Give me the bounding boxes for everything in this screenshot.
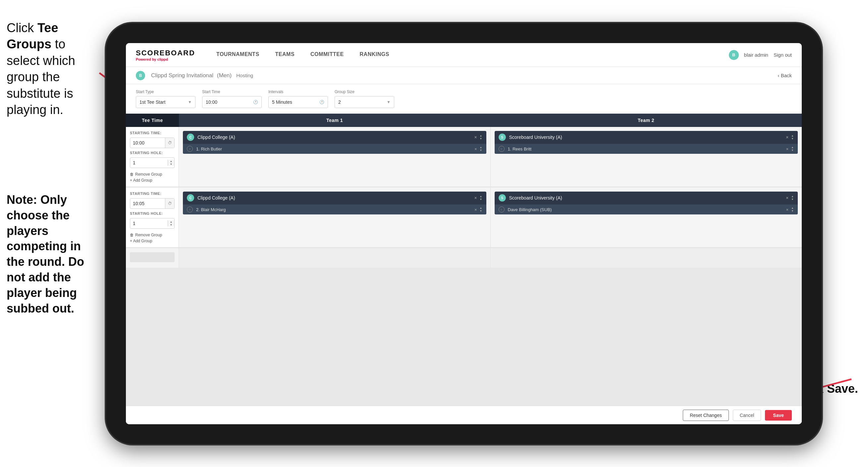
team1-cell-2: C Clippd College (A) × ▲ ▼	[179, 187, 491, 247]
team1-avatar-1: C	[187, 134, 194, 141]
player2-avatar-2: ○	[499, 206, 504, 212]
col-team2: Team 2	[490, 114, 802, 127]
team2-sort-icon-1: ▲ ▼	[791, 135, 794, 140]
hole-up-arrow-1[interactable]: ▲	[168, 160, 174, 163]
team2-card-2: S Scoreboard University (A) × ▲ ▼	[495, 192, 798, 214]
start-type-input[interactable]: 1st Tee Start ▼	[136, 96, 195, 108]
team2-cell-3	[491, 248, 802, 268]
team1-cell-3	[179, 248, 491, 268]
team1-controls-2: × ▲ ▼	[474, 195, 482, 201]
starting-time-input-2[interactable]: 10:05 ⏱	[130, 198, 175, 209]
hole-up-arrow-2[interactable]: ▲	[168, 221, 174, 224]
player2-remove-icon-1[interactable]: ×	[786, 146, 788, 151]
starting-time-input-1[interactable]: 10:00 ⏱	[130, 138, 175, 148]
team1-remove-icon-1[interactable]: ×	[474, 135, 477, 140]
add-group-btn-2[interactable]: + Add Group	[130, 239, 175, 243]
time-clock-icon-1: ⏱	[165, 138, 174, 148]
start-type-arrow-icon: ▼	[188, 100, 192, 105]
subheader-badge: B	[136, 71, 145, 80]
player1-remove-icon-2[interactable]: ×	[474, 207, 477, 212]
player2-remove-icon-2[interactable]: ×	[786, 207, 788, 212]
cancel-button[interactable]: Cancel	[733, 410, 761, 421]
remove-group-btn-1[interactable]: 🗑 Remove Group	[130, 172, 175, 177]
tablet-frame: SCOREBOARD Powered by clippd TOURNAMENTS…	[106, 23, 822, 444]
team2-cell-1: S Scoreboard University (A) × ▲ ▼	[491, 127, 802, 186]
team2-avatar-2: S	[499, 194, 506, 202]
team2-card-header-1: S Scoreboard University (A) × ▲ ▼	[495, 131, 798, 144]
start-type-field: Start Type 1st Tee Start ▼	[136, 89, 195, 108]
start-type-label: Start Type	[136, 89, 195, 94]
player2-sort-icon-2: ▲ ▼	[791, 207, 794, 212]
logo-powered: Powered by clippd	[136, 57, 195, 61]
starting-time-label-1: STARTING TIME:	[130, 131, 175, 135]
intervals-input[interactable]: 5 Minutes 🕐	[268, 96, 328, 108]
player1-name-1: 1. Rich Butler	[196, 146, 471, 151]
player1-name-2: 2. Blair McHarg	[196, 207, 471, 212]
team2-name-1: Scoreboard University (A)	[509, 135, 782, 140]
team1-controls-1: × ▲ ▼	[474, 135, 482, 140]
team2-controls-1: × ▲ ▼	[786, 135, 794, 140]
player1-sort-icon-2: ▲ ▼	[480, 207, 483, 212]
group-left-3	[126, 248, 179, 268]
team1-cell-1: C Clippd College (A) × ▲ ▼	[179, 127, 491, 186]
hole-down-arrow-2[interactable]: ▼	[168, 224, 174, 226]
nav-item-tournaments[interactable]: TOURNAMENTS	[208, 43, 267, 67]
hole-down-arrow-1[interactable]: ▼	[168, 163, 174, 166]
start-time-input[interactable]: 10:00 🕐	[202, 96, 262, 108]
table-container: STARTING TIME: 10:00 ⏱ STARTING HOLE: 1 …	[126, 127, 802, 406]
team2-remove-icon-1[interactable]: ×	[786, 135, 788, 140]
intervals-field: Intervals 5 Minutes 🕐	[268, 89, 328, 108]
team2-card-1: S Scoreboard University (A) × ▲ ▼	[495, 131, 798, 154]
save-button[interactable]: Save	[765, 410, 792, 420]
group-size-field: Group Size 2 ▼	[335, 89, 394, 108]
team1-remove-icon-2[interactable]: ×	[474, 195, 477, 201]
team1-avatar-2: C	[187, 194, 194, 202]
nav-items: TOURNAMENTS TEAMS COMMITTEE RANKINGS	[208, 43, 729, 67]
group-actions-2: 🗑 Remove Group + Add Group	[130, 233, 175, 243]
player2-row-2: ○ Dave Billingham (SUB) × ▲ ▼	[495, 204, 798, 214]
team1-sort-icon-2: ▲ ▼	[480, 195, 483, 201]
col-team1: Team 1	[179, 114, 490, 127]
player1-remove-icon-1[interactable]: ×	[474, 146, 477, 151]
nav-item-teams[interactable]: TEAMS	[267, 43, 303, 67]
avatar: B	[729, 50, 739, 60]
instruction-text: Click Tee Groups to select which group t…	[0, 20, 103, 118]
remove-group-btn-2[interactable]: 🗑 Remove Group	[130, 233, 175, 237]
nav-right: B blair admin Sign out	[729, 50, 792, 60]
sign-out-link[interactable]: Sign out	[774, 52, 792, 58]
add-group-btn-1[interactable]: + Add Group	[130, 178, 175, 183]
team1-card-header-2: C Clippd College (A) × ▲ ▼	[183, 192, 486, 204]
player1-row-1: ○ 1. Rich Butler × ▲ ▼	[183, 144, 486, 154]
starting-hole-label-1: STARTING HOLE:	[130, 151, 175, 155]
intervals-clock-icon: 🕐	[319, 100, 324, 105]
back-button[interactable]: ‹ Back	[778, 72, 792, 78]
tee-table: Tee Time Team 1 Team 2	[126, 114, 802, 127]
starting-hole-input-2[interactable]: 1 ▲ ▼	[130, 218, 175, 229]
group-actions-1: 🗑 Remove Group + Add Group	[130, 172, 175, 183]
player2-avatar-1: ○	[499, 146, 504, 152]
nav-item-committee[interactable]: COMMITTEE	[303, 43, 352, 67]
intervals-label: Intervals	[268, 89, 328, 94]
player2-row-1: ○ 1. Rees Britt × ▲ ▼	[495, 144, 798, 154]
subheader-hosting: Hosting	[236, 72, 253, 78]
group-size-input[interactable]: 2 ▼	[335, 96, 394, 108]
player2-controls-1: × ▲ ▼	[786, 146, 794, 152]
group-size-arrow-icon: ▼	[386, 100, 391, 105]
nav-item-rankings[interactable]: RANKINGS	[352, 43, 397, 67]
starting-hole-input-1[interactable]: 1 ▲ ▼	[130, 157, 175, 168]
player2-controls-2: × ▲ ▼	[786, 207, 794, 212]
starting-time-label-2: STARTING TIME:	[130, 192, 175, 196]
col-tee-time: Tee Time	[126, 114, 179, 127]
content-area: Start Type 1st Tee Start ▼ Start Time 10…	[126, 84, 802, 424]
reset-changes-button[interactable]: Reset Changes	[683, 410, 729, 421]
team1-card-1: C Clippd College (A) × ▲ ▼	[183, 131, 486, 154]
team2-remove-icon-2[interactable]: ×	[786, 195, 788, 201]
start-time-label: Start Time	[202, 89, 262, 94]
team2-cell-2: S Scoreboard University (A) × ▲ ▼	[491, 187, 802, 247]
logo-scoreboard: SCOREBOARD	[136, 49, 195, 57]
player2-name-2: Dave Billingham (SUB)	[508, 207, 783, 212]
player1-controls-2: × ▲ ▼	[474, 207, 483, 212]
group-left-2: STARTING TIME: 10:05 ⏱ STARTING HOLE: 1 …	[126, 187, 179, 247]
team1-sort-icon-1: ▲ ▼	[480, 135, 483, 140]
tablet-screen: SCOREBOARD Powered by clippd TOURNAMENTS…	[126, 43, 802, 424]
